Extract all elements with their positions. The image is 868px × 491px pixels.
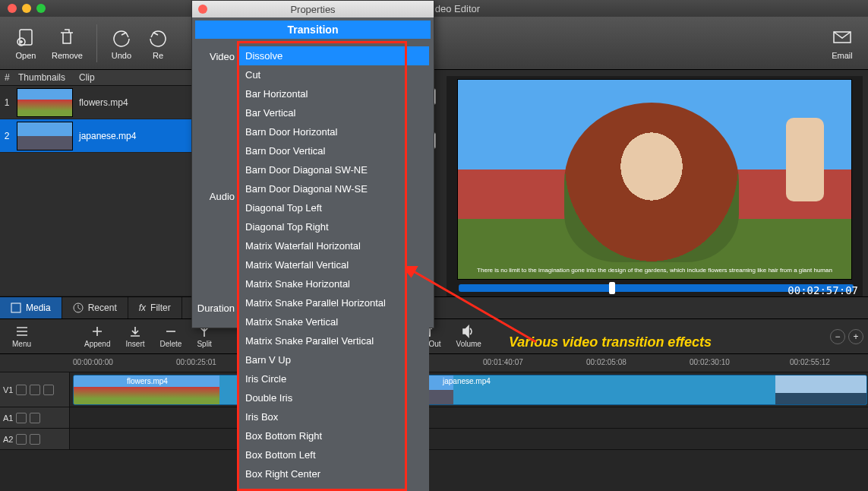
transition-option[interactable]: Matrix Snake Vertical xyxy=(239,312,429,331)
properties-titlebar[interactable]: Properties xyxy=(192,1,434,17)
duration-label: Duration xyxy=(197,298,239,314)
tab-recent[interactable]: Recent xyxy=(62,297,128,318)
properties-panel: Properties Transition Video DissolveCutB… xyxy=(191,0,434,328)
transition-option[interactable]: Barn Door Vertical xyxy=(239,141,429,160)
scrub-playhead[interactable] xyxy=(609,282,615,294)
open-label: Open xyxy=(16,51,36,60)
remove-label: Remove xyxy=(52,51,83,60)
lock-icon[interactable] xyxy=(30,434,40,445)
append-button[interactable]: Append xyxy=(77,323,118,350)
minimize-window-button[interactable] xyxy=(22,4,31,13)
insert-button[interactable]: Insert xyxy=(118,323,153,350)
trash-icon xyxy=(56,27,77,48)
track-label: A1 xyxy=(3,413,13,423)
tab-filter[interactable]: fx Filter xyxy=(128,297,182,318)
transition-option[interactable]: Clock Top xyxy=(239,483,429,491)
thumb-name: japanese.mp4 xyxy=(76,131,191,141)
tab-media[interactable]: Media xyxy=(0,297,62,318)
annotation-text: Various video transition effects xyxy=(509,334,712,350)
transition-option[interactable]: Matrix Snake Horizontal xyxy=(239,274,429,293)
video-track-v1[interactable]: V1 flowers.mp4 japanese.mp4 xyxy=(0,372,868,407)
duration-timecode: 00:02:57:07 xyxy=(788,284,858,296)
transition-option[interactable]: Matrix Waterfall Horizontal xyxy=(239,236,429,255)
mute-icon[interactable] xyxy=(16,434,27,445)
track-header-a2[interactable]: A2 xyxy=(0,429,70,449)
ruler-tick: 00:02:55:12 xyxy=(790,358,830,366)
zoom-controls: − + xyxy=(830,329,863,344)
undo-button[interactable]: Undo xyxy=(103,24,140,63)
transition-option[interactable]: Matrix Snake Parallel Vertical xyxy=(239,331,429,350)
transition-option[interactable]: Cut xyxy=(239,65,429,84)
volume-button[interactable]: Volume xyxy=(449,323,489,350)
undo-label: Undo xyxy=(112,51,131,60)
transition-option[interactable]: Bar Horizontal xyxy=(239,84,429,103)
transition-option[interactable]: Dissolve xyxy=(239,46,429,65)
thumb-idx: 2 xyxy=(0,131,14,141)
transition-option[interactable]: Box Right Center xyxy=(239,464,429,483)
redo-icon xyxy=(147,27,169,48)
audio-track-a2[interactable]: A2 xyxy=(0,429,868,450)
track-header-v1[interactable]: V1 xyxy=(0,372,70,407)
transition-option[interactable]: Barn Door Horizontal xyxy=(239,122,429,141)
video-caption: There is no limit to the imagination gon… xyxy=(458,265,851,276)
lock-icon[interactable] xyxy=(30,413,40,423)
ruler-tick: 00:00:00:00 xyxy=(73,358,113,366)
tab-media-label: Media xyxy=(26,303,51,313)
close-window-button[interactable] xyxy=(8,4,17,13)
transition-option[interactable]: Iris Box xyxy=(239,407,429,426)
menu-label: Menu xyxy=(12,340,31,348)
audio-label: Audio xyxy=(197,186,239,202)
transition-option[interactable]: Box Bottom Left xyxy=(239,445,429,464)
delete-button[interactable]: Delete xyxy=(153,323,190,350)
transition-option[interactable]: Matrix Snake Parallel Horizontal xyxy=(239,293,429,312)
transition-option[interactable]: Barn V Up xyxy=(239,350,429,369)
col-num: # xyxy=(0,70,14,85)
clock-icon xyxy=(73,303,84,313)
transition-option[interactable]: Diagonal Top Right xyxy=(239,217,429,236)
track-header-a1[interactable]: A1 xyxy=(0,407,70,428)
lock-icon[interactable] xyxy=(43,385,54,395)
transition-option[interactable]: Double Iris xyxy=(239,388,429,407)
zoom-in-button[interactable]: + xyxy=(848,329,863,344)
mute-icon[interactable] xyxy=(16,385,27,395)
video-transition-dropdown[interactable]: DissolveCutBar HorizontalBar VerticalBar… xyxy=(239,46,429,491)
preview-panel: There is no limit to the imagination gon… xyxy=(447,76,863,319)
toolbar-separator xyxy=(96,24,97,62)
remove-button[interactable]: Remove xyxy=(44,24,90,63)
video-label: Video xyxy=(197,46,239,62)
traffic-lights xyxy=(0,4,46,13)
audio-track-a1[interactable]: A1 xyxy=(0,407,868,429)
transition-option[interactable]: Iris Circle xyxy=(239,369,429,388)
envelope-icon xyxy=(832,27,853,48)
open-button[interactable]: Open xyxy=(8,24,44,63)
preview-image-content xyxy=(786,118,824,201)
eye-icon[interactable] xyxy=(30,385,40,395)
transition-option[interactable]: Bar Vertical xyxy=(239,103,429,122)
transition-option[interactable]: Barn Door Diagonal NW-SE xyxy=(239,179,429,198)
menu-button[interactable]: Menu xyxy=(5,323,39,350)
transition-option[interactable]: Barn Door Diagonal SW-NE xyxy=(239,160,429,179)
transition-list[interactable]: DissolveCutBar HorizontalBar VerticalBar… xyxy=(239,46,429,491)
thumbnail-row[interactable]: 1 flowers.mp4 xyxy=(0,86,191,119)
timeline-clip[interactable]: japanese.mp4 xyxy=(404,375,867,405)
ruler-tick: 00:02:30:10 xyxy=(690,358,730,366)
transition-option[interactable]: Diagonal Top Left xyxy=(239,198,429,217)
thumbnail-row[interactable]: 2 japanese.mp4 xyxy=(0,119,191,153)
insert-label: Insert xyxy=(126,340,145,348)
timeline-ruler[interactable]: 00:00:00:00 00:00:25:01 -:05 00:01:40:07… xyxy=(0,354,868,372)
mute-icon[interactable] xyxy=(16,413,27,423)
thumbnail-panel: # Thumbnails Clip 1 flowers.mp4 2 japane… xyxy=(0,70,191,295)
preview-image-content xyxy=(564,103,739,262)
maximize-window-button[interactable] xyxy=(36,4,46,13)
ruler-tick: 00:02:05:08 xyxy=(586,358,627,366)
video-preview[interactable]: There is no limit to the imagination gon… xyxy=(457,79,852,280)
close-properties-button[interactable] xyxy=(198,5,207,14)
redo-button[interactable]: Re xyxy=(140,24,176,63)
clip-label: japanese.mp4 xyxy=(443,377,491,385)
transition-option[interactable]: Box Bottom Right xyxy=(239,426,429,445)
zoom-out-button[interactable]: − xyxy=(830,329,845,344)
svg-rect-4 xyxy=(11,303,21,312)
speaker-icon xyxy=(462,325,475,338)
transition-option[interactable]: Matrix Waterfall Vertical xyxy=(239,255,429,274)
email-button[interactable]: Email xyxy=(824,24,860,63)
